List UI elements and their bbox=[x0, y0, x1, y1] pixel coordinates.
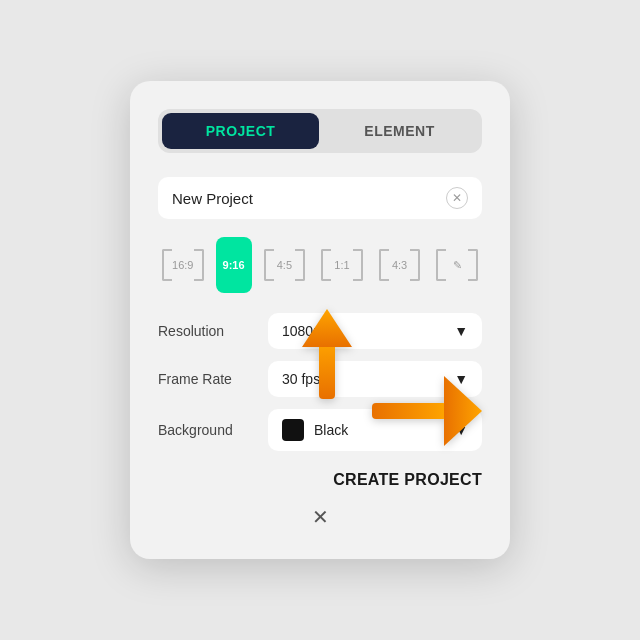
aspect-ratio-9-16[interactable]: 9:16 bbox=[216, 237, 252, 293]
frame-rate-select[interactable]: 30 fps ▼ bbox=[268, 361, 482, 397]
background-row: Background Black ▼ bbox=[158, 409, 482, 451]
resolution-value: 1080p bbox=[282, 323, 321, 339]
project-name-input[interactable] bbox=[172, 190, 446, 207]
project-name-input-row: ✕ bbox=[158, 177, 482, 219]
resolution-chevron-icon: ▼ bbox=[454, 323, 468, 339]
frame-rate-value: 30 fps bbox=[282, 371, 320, 387]
tab-bar: PROJECT ELEMENT bbox=[158, 109, 482, 153]
background-chevron-icon: ▼ bbox=[454, 422, 468, 438]
create-project-row: CREATE PROJECT bbox=[158, 471, 482, 489]
clear-input-button[interactable]: ✕ bbox=[446, 187, 468, 209]
background-value: Black bbox=[314, 422, 348, 438]
aspect-ratio-4-3[interactable]: 4:3 bbox=[375, 243, 425, 287]
aspect-ratio-1-1[interactable]: 1:1 bbox=[317, 243, 367, 287]
background-select[interactable]: Black ▼ bbox=[268, 409, 482, 451]
close-row: ✕ bbox=[158, 505, 482, 529]
resolution-row: Resolution 1080p ▼ bbox=[158, 313, 482, 349]
aspect-ratio-custom[interactable]: ✎ bbox=[432, 243, 482, 287]
aspect-ratio-16-9[interactable]: 16:9 bbox=[158, 243, 208, 287]
project-modal: PROJECT ELEMENT ✕ 16:9 9:16 4:5 1:1 4:3 … bbox=[130, 81, 510, 559]
aspect-ratio-4-5[interactable]: 4:5 bbox=[260, 243, 310, 287]
tab-element[interactable]: ELEMENT bbox=[321, 113, 478, 149]
frame-rate-label: Frame Rate bbox=[158, 371, 268, 387]
background-color-swatch bbox=[282, 419, 304, 441]
close-button[interactable]: ✕ bbox=[312, 506, 329, 528]
tab-project[interactable]: PROJECT bbox=[162, 113, 319, 149]
create-project-button[interactable]: CREATE PROJECT bbox=[333, 471, 482, 488]
background-label: Background bbox=[158, 422, 268, 438]
aspect-ratio-row: 16:9 9:16 4:5 1:1 4:3 ✎ bbox=[158, 237, 482, 293]
frame-rate-row: Frame Rate 30 fps ▼ bbox=[158, 361, 482, 397]
resolution-select[interactable]: 1080p ▼ bbox=[268, 313, 482, 349]
frame-rate-chevron-icon: ▼ bbox=[454, 371, 468, 387]
resolution-label: Resolution bbox=[158, 323, 268, 339]
